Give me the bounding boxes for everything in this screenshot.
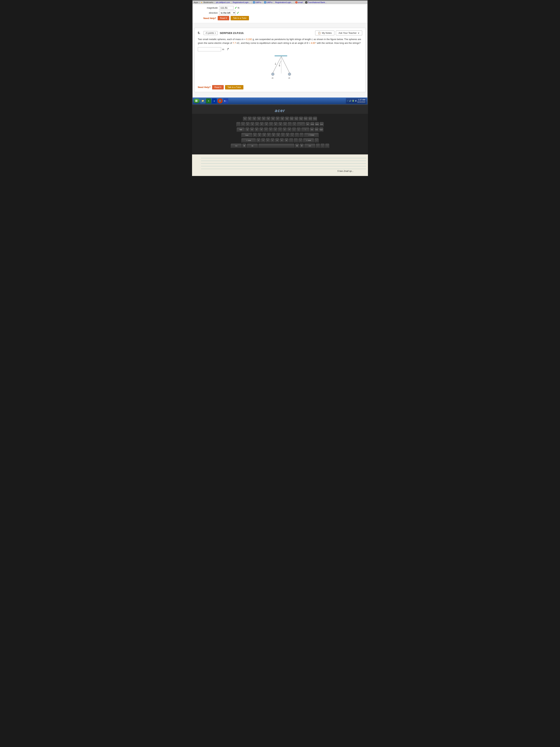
key-q[interactable]: Q [245,128,249,132]
key-l[interactable]: L [290,133,294,137]
key-f8[interactable]: F8 [281,117,284,121]
magnitude-input[interactable] [219,6,234,10]
direction-select[interactable]: to the left to the right upward downward [219,11,236,15]
key-f12[interactable]: F12 [299,117,303,121]
taskbar-icon-1[interactable]: 📁 [200,98,205,103]
key-lctrl[interactable]: Ctrl [231,144,242,148]
key-pgup[interactable]: PgUp [315,122,319,127]
key-backslash[interactable]: \ [301,128,309,132]
answer-input[interactable] [198,47,221,51]
ask-teacher-button[interactable]: Ask Your Teacher ∨ [336,30,362,35]
key-f10[interactable]: F10 [290,117,294,121]
key-f4[interactable]: F4 [262,117,266,121]
key-0[interactable]: 0 [283,122,287,127]
key-right-arrow[interactable]: → [325,144,329,148]
taskbar-icon-4[interactable]: 🌐 [217,98,222,103]
key-s[interactable]: S [258,133,262,137]
key-n[interactable]: N [280,138,284,143]
key-c[interactable]: C [266,138,270,143]
skillport-link[interactable]: pls.skillport.com [216,1,230,3]
key-backtick[interactable]: ` [236,122,240,127]
key-6[interactable]: 6 [264,122,268,127]
key-f5[interactable]: F5 [266,117,270,121]
key-f7[interactable]: F7 [276,117,279,121]
apps-link[interactable]: Apps [194,1,198,3]
key-minus[interactable]: - [288,122,292,127]
key-slash[interactable]: / [298,138,302,143]
key-p[interactable]: P [287,128,291,132]
ultipro-link2[interactable]: U UltiPro [264,1,273,3]
my-notes-button[interactable]: 📋 My Notes [315,30,335,35]
key-f[interactable]: F [267,133,271,137]
talk-tutor-button-q5[interactable]: Talk to a Tutor [225,85,243,89]
start-button[interactable]: ⊞ [194,99,199,103]
key-down-arrow[interactable]: ↓ [321,144,324,148]
key-pause[interactable]: Pause [313,117,317,121]
key-i[interactable]: I [278,128,282,132]
key-win2[interactable]: ⊞ [295,144,299,148]
key-comma[interactable]: , [289,138,293,143]
read-it-button-q5[interactable]: Read It [212,85,224,89]
key-y[interactable]: Y [269,128,273,132]
key-x[interactable]: X [261,138,265,143]
key-scrlk[interactable]: ScrLk [309,117,312,121]
key-k[interactable]: K [286,133,290,137]
taskbar-icon-5[interactable]: S→ [223,98,228,103]
reg-login-link1[interactable]: Registration/Login... [233,1,250,3]
key-lshift[interactable]: ⇧ Shift [241,138,256,143]
transnational-link[interactable]: ■ TransNational Bank... [305,1,326,3]
key-backspace[interactable]: ← [297,122,305,127]
key-lalt[interactable]: Alt [247,144,258,148]
key-insert[interactable]: Ins [306,122,310,127]
key-f11[interactable]: F11 [294,117,298,121]
read-it-button-prev[interactable]: Read It [218,16,230,20]
key-7[interactable]: 7 [269,122,273,127]
key-context[interactable]: ☰ [300,144,304,148]
key-g[interactable]: G [272,133,275,137]
reg-login-link2[interactable]: Registration/Login... [275,1,293,3]
key-f1[interactable]: F1 [248,117,251,121]
key-left-arrow[interactable]: ← [316,144,320,148]
key-f2[interactable]: F2 [252,117,256,121]
key-1[interactable]: 1 [241,122,245,127]
key-rbracket[interactable]: ] [297,128,301,132]
key-u[interactable]: U [273,128,277,132]
key-rctrl[interactable]: Ctrl [304,144,315,148]
key-f9[interactable]: F9 [285,117,289,121]
key-t[interactable]: T [264,128,268,132]
key-home[interactable]: Home [310,122,314,127]
ultipro-link1[interactable]: U UltiPro [253,1,262,3]
key-lwin[interactable]: ⊞ [242,144,246,148]
key-space[interactable] [259,144,294,148]
taskbar-icon-2[interactable]: X [206,98,211,103]
key-quote[interactable]: ' [299,133,303,137]
key-semicolon[interactable]: ; [295,133,299,137]
key-a[interactable]: A [253,133,257,137]
key-z[interactable]: Z [257,138,261,143]
key-4[interactable]: 4 [255,122,259,127]
key-2[interactable]: 2 [246,122,250,127]
key-fn[interactable]: Fn [243,117,247,121]
key-5[interactable]: 5 [260,122,264,127]
key-j[interactable]: J [281,133,285,137]
key-e[interactable]: E [255,128,259,132]
key-tab[interactable]: Tab [237,128,245,132]
key-8[interactable]: 8 [274,122,278,127]
email-link[interactable]: O email [295,1,302,3]
key-m[interactable]: M [285,138,288,143]
key-capslock[interactable]: Caps [241,133,252,137]
key-equals[interactable]: = [292,122,296,127]
key-delete[interactable]: Del [310,128,314,132]
key-9[interactable]: 9 [278,122,282,127]
key-r[interactable]: R [259,128,263,132]
key-3[interactable]: 3 [250,122,254,127]
key-up-arrow[interactable]: ↑ [315,138,319,143]
key-lbracket[interactable]: [ [292,128,296,132]
key-period[interactable]: . [294,138,298,143]
key-o[interactable]: O [283,128,287,132]
key-b[interactable]: B [275,138,279,143]
key-pgdn[interactable]: PgDn [319,128,323,132]
key-numlock[interactable]: Num [320,122,324,127]
key-f3[interactable]: F3 [257,117,261,121]
points-badge[interactable]: -/1 points ∨ [204,31,217,35]
